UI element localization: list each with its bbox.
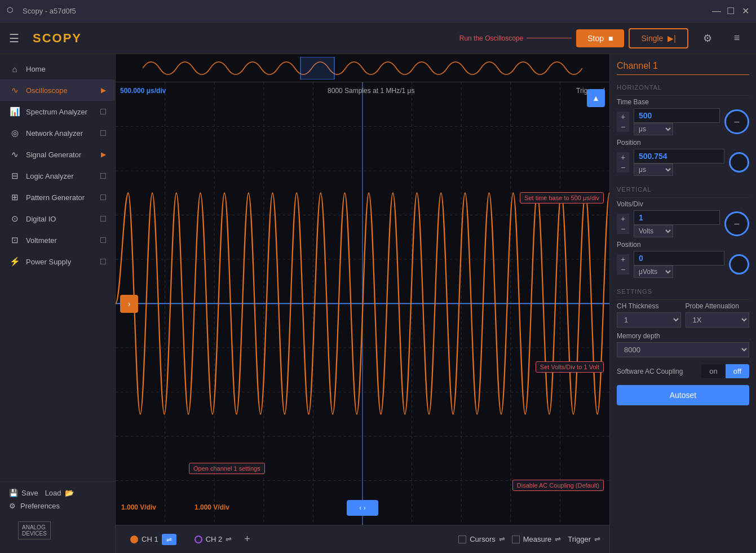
sidebar-item-network[interactable]: ◎ Network Analyzer xyxy=(0,122,115,144)
stop-icon: ■ xyxy=(608,34,613,43)
volts-div-plus[interactable]: + xyxy=(617,214,629,224)
sidebar-item-pattern[interactable]: ⊞ Pattern Generator xyxy=(0,187,115,208)
trigger-settings-icon[interactable]: ⇌ xyxy=(594,535,600,543)
app-icon: ⬡ xyxy=(7,6,18,17)
sidebar-item-power[interactable]: ⚡ Power Supply xyxy=(0,251,115,272)
preferences-button[interactable]: ⚙ Preferences xyxy=(9,502,106,510)
load-button[interactable]: Load 📂 xyxy=(45,489,74,497)
sidebar-item-oscilloscope[interactable]: ∿ Oscilloscope ▶ xyxy=(0,79,115,101)
voltmeter-indicator xyxy=(100,237,106,243)
channel-title: Channel 1 xyxy=(617,61,749,75)
oscilloscope-grid xyxy=(116,82,609,525)
analog-devices-logo: ANALOGDEVICES xyxy=(9,515,106,546)
samples-display: 8000 Samples at 1 MHz/1 μs xyxy=(328,87,414,95)
volts-div-minus[interactable]: − xyxy=(617,224,629,234)
sidebar-item-spectrum[interactable]: 📊 Spectrum Analyzer xyxy=(0,101,115,122)
ch2-button[interactable]: CH 2 ⇌ xyxy=(189,533,238,546)
sidebar-item-voltmeter[interactable]: ⊡ Voltmeter xyxy=(0,229,115,251)
v-position-value-col: 0 μVolts mVolts xyxy=(634,251,724,278)
ch2-settings-icon[interactable]: ⇌ xyxy=(226,535,232,543)
plot-status-bar: 500.000 μs/div 8000 Samples at 1 MHz/1 μ… xyxy=(120,87,605,95)
ch2-dot xyxy=(194,536,202,543)
h-position-minus[interactable]: − xyxy=(617,162,629,172)
horizontal-divider xyxy=(617,95,749,96)
nav-lr-button[interactable]: ‹ › xyxy=(347,500,378,516)
run-controls: Run the Oscilloscope Stop ■ Single ▶| xyxy=(459,28,688,48)
h-position-label: Position xyxy=(617,139,749,147)
time-base-unit-select[interactable]: μs ms s xyxy=(634,123,673,135)
single-button[interactable]: Single ▶| xyxy=(629,28,688,48)
ac-coupling-toggle: on off xyxy=(701,364,749,378)
hamburger-icon[interactable]: ☰ xyxy=(9,32,19,45)
add-channel-button[interactable]: + xyxy=(244,533,250,545)
stop-button[interactable]: Stop ■ xyxy=(576,29,624,47)
mini-preview xyxy=(116,54,609,82)
sidebar-item-home[interactable]: ⌂ Home xyxy=(0,59,115,79)
sidebar-item-logic[interactable]: ⊟ Logic Analyzer xyxy=(0,165,115,187)
v-position-plus[interactable]: + xyxy=(617,254,629,264)
h-position-knob[interactable] xyxy=(729,152,749,172)
time-base-knob[interactable] xyxy=(724,109,749,134)
measure-button[interactable]: Measure ⇌ xyxy=(512,535,562,543)
volts-div-knob[interactable] xyxy=(724,211,749,236)
sw-ac-coupling-label: Software AC Coupling xyxy=(617,368,683,375)
ac-coupling-off-button[interactable]: off xyxy=(726,364,749,378)
bottom-bar: CH 1 ⇌ CH 2 ⇌ + Cursors ⇌ Measure xyxy=(116,525,609,553)
v-position-knob[interactable] xyxy=(729,254,749,275)
cursors-settings-icon[interactable]: ⇌ xyxy=(499,535,505,543)
digital-indicator xyxy=(100,216,106,222)
measure-settings-icon[interactable]: ⇌ xyxy=(555,535,561,543)
oscilloscope-plot: 500.000 μs/div 8000 Samples at 1 MHz/1 μ… xyxy=(116,82,609,525)
h-position-plus[interactable]: + xyxy=(617,152,629,162)
load-icon: 📂 xyxy=(65,489,74,497)
minimize-button[interactable]: — xyxy=(712,7,720,15)
pattern-indicator xyxy=(100,194,106,200)
sidebar-item-digital[interactable]: ⊙ Digital IO xyxy=(0,208,115,229)
ch1-button[interactable]: CH 1 ⇌ xyxy=(125,532,182,547)
horizontal-section: HORIZONTAL Time Base + − 500 μs ms s xyxy=(617,84,749,179)
measure-checkbox[interactable] xyxy=(512,536,520,543)
titlebar: ⬡ Scopy - a57d0f5 — ☐ ✕ xyxy=(0,0,756,23)
logo-text: ANALOGDEVICES xyxy=(18,521,51,539)
time-base-minus[interactable]: − xyxy=(617,122,629,132)
v-position-plusminus: + − xyxy=(617,254,629,275)
ac-coupling-on-button[interactable]: on xyxy=(701,364,725,378)
network-indicator xyxy=(100,130,106,136)
mini-waveform-svg xyxy=(143,57,582,79)
v-position-unit-select[interactable]: μVolts mVolts xyxy=(634,266,673,278)
h-position-unit-select[interactable]: μs ms xyxy=(634,163,673,176)
nav-up-button[interactable]: ▲ xyxy=(587,89,605,107)
v-position-minus[interactable]: − xyxy=(617,264,629,275)
settings-icon-button[interactable]: ⚙ xyxy=(697,28,718,48)
topbar: ☰ SCOPY Run the Oscilloscope Stop ■ Sing… xyxy=(0,23,756,54)
v-position-label: Position xyxy=(617,241,749,249)
mem-depth-select[interactable]: 8000 16000 32000 xyxy=(617,342,749,357)
autoset-button[interactable]: Autoset xyxy=(617,385,749,405)
probe-att-select[interactable]: 1X 10X 100X xyxy=(686,312,750,328)
volt-label-left: 1.000 V/div xyxy=(121,503,156,511)
maximize-button[interactable]: ☐ xyxy=(727,7,735,15)
app-container: ☰ SCOPY Run the Oscilloscope Stop ■ Sing… xyxy=(0,23,756,553)
probe-att-label: Probe Attenuation xyxy=(686,302,750,310)
cursors-button[interactable]: Cursors ⇌ xyxy=(458,535,505,543)
volts-div-control: + − 1 Volts mVolts xyxy=(617,210,749,237)
cursors-checkbox[interactable] xyxy=(458,536,466,543)
v-position-control: + − 0 μVolts mVolts xyxy=(617,251,749,278)
ch1-settings-button[interactable]: ⇌ xyxy=(162,534,176,545)
save-button[interactable]: 💾 Save xyxy=(9,489,38,497)
sidebar-item-signal[interactable]: ∿ Signal Generator ▶ xyxy=(0,144,115,165)
close-button[interactable]: ✕ xyxy=(741,7,749,15)
volts-div-plusminus: + − xyxy=(617,214,629,234)
prefs-icon: ⚙ xyxy=(9,502,16,510)
menu-lines-button[interactable]: ≡ xyxy=(727,28,747,48)
time-base-value: 500 xyxy=(634,108,720,123)
ch-thickness-select[interactable]: 1 2 3 xyxy=(617,312,681,328)
svg-rect-0 xyxy=(300,57,334,79)
nav-left-button[interactable]: › xyxy=(120,295,138,313)
volts-div-unit-select[interactable]: Volts mVolts xyxy=(634,225,673,237)
volts-div-label: Volts/Div xyxy=(617,200,749,208)
trigger-button[interactable]: Trigger ⇌ xyxy=(568,535,600,543)
digital-icon: ⊙ xyxy=(9,214,20,224)
time-base-plus[interactable]: + xyxy=(617,112,629,122)
logic-icon: ⊟ xyxy=(9,171,20,181)
